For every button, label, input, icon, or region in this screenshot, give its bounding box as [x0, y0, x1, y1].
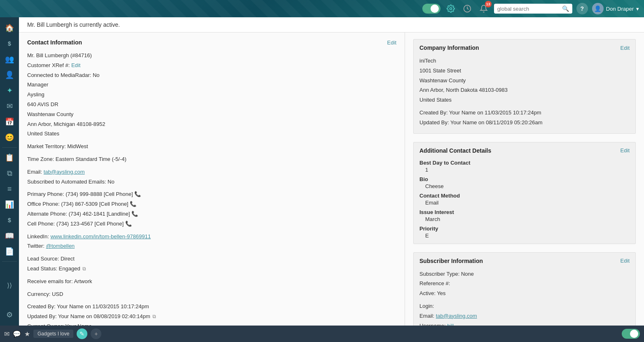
priority-value: E — [425, 233, 630, 239]
issue-interest-label: Issue Interest — [419, 209, 630, 215]
sidebar-item-settings[interactable]: ⚙ — [2, 307, 17, 322]
additional-contact-section: Additional Contact Details Edit Best Day… — [413, 142, 636, 244]
top-navigation: 13 🔍 ? 👤 Don Draper ▾ — [0, 0, 644, 17]
additional-edit-link[interactable]: Edit — [621, 147, 630, 154]
user-menu[interactable]: 👤 Don Draper ▾ — [592, 3, 639, 14]
bottom-tag-label[interactable]: Gadgets I love — [33, 330, 73, 338]
contact-city-state-zip: Ann Arbor, Michigan 48108-8952 — [27, 120, 396, 129]
sidebar: 🏠 $ 👥 👤 ✦ ✉ 📅 😊 📋 ⧉ ≡ 📊 $ 📖 📄 ⟩⟩ ⚙ — [0, 17, 19, 326]
xref-edit-link[interactable]: Edit — [71, 62, 80, 68]
contact-alternate-phone: Alternate Phone: (734) 462-1841 [Landlin… — [27, 210, 396, 219]
bio-value: Cheese — [425, 183, 630, 189]
bottom-toggle[interactable] — [622, 329, 640, 339]
contact-mediaradar: Connected to MediaRadar: No — [27, 71, 396, 80]
sidebar-item-special[interactable]: ✦ — [2, 83, 17, 98]
company-edit-link[interactable]: Edit — [621, 45, 630, 51]
sidebar-item-person[interactable]: 👤 — [2, 67, 17, 82]
sidebar-item-dollar2[interactable]: $ — [2, 213, 17, 228]
sidebar-divider — [2, 147, 17, 148]
subscriber-username: Username: bill — [419, 322, 630, 326]
contact-current-owner: Current Owner: Your Name — [27, 322, 396, 326]
sidebar-item-document[interactable]: 📄 — [2, 244, 17, 259]
sidebar-expand[interactable]: ⟩⟩ — [2, 278, 17, 293]
twitter-link[interactable]: @tombellen — [46, 243, 75, 249]
search-icon: 🔍 — [562, 5, 569, 12]
bottom-action-plus-btn[interactable]: + — [91, 328, 101, 339]
bottom-action-green-btn[interactable]: ✎ — [77, 328, 87, 339]
contact-email-link[interactable]: tab@aysling.com — [44, 169, 85, 175]
contact-manager: Manager — [27, 81, 396, 89]
company-section-title: Company Information — [419, 44, 479, 51]
company-country: United States — [419, 96, 630, 105]
svg-point-0 — [450, 8, 452, 10]
contact-primary-phone: Primary Phone: (734) 999-8888 [Cell Phon… — [27, 190, 396, 199]
primary-phone-icon[interactable]: 📞 — [134, 190, 141, 199]
contact-timezone: Time Zone: Eastern Standard Time (-5/-4) — [27, 155, 396, 164]
main-layout: 🏠 $ 👥 👤 ✦ ✉ 📅 😊 📋 ⧉ ≡ 📊 $ 📖 📄 ⟩⟩ ⚙ Mr. B… — [0, 17, 644, 326]
company-address1: 1001 State Street — [419, 67, 630, 75]
updated-by-copy-icon[interactable]: ⧉ — [152, 313, 156, 321]
linkedin-link[interactable]: www.linkedin.com/in/tom-bellen-97869911 — [50, 233, 151, 240]
sidebar-item-smile[interactable]: 😊 — [2, 130, 17, 145]
help-button[interactable]: ? — [576, 3, 588, 14]
search-input[interactable] — [497, 6, 560, 12]
company-name: iniTech — [419, 57, 630, 65]
contact-name: Mr. Bill Lumbergh (#84716) — [27, 51, 396, 60]
right-column: Company Information Edit iniTech 1001 St… — [405, 33, 644, 326]
sidebar-item-contacts[interactable]: 👥 — [2, 52, 17, 67]
subscriber-section-title: Subscriber Information — [419, 258, 483, 264]
email-label: Email: — [27, 169, 42, 175]
sidebar-item-list[interactable]: ≡ — [2, 181, 17, 196]
subscriber-edit-link[interactable]: Edit — [621, 258, 630, 264]
contact-office-phone: Office Phone: (734) 867-5309 [Cell Phone… — [27, 200, 396, 209]
contact-lead-source: Lead Source: Direct — [27, 255, 396, 263]
sidebar-item-calendar[interactable]: 📅 — [2, 114, 17, 129]
sidebar-item-chart[interactable]: 📊 — [2, 197, 17, 212]
contact-method-value: Email — [425, 200, 630, 206]
contact-method-label: Contact Method — [419, 193, 630, 199]
subscriber-active: Active: Yes — [419, 289, 630, 298]
two-column-layout: Contact Information Edit Mr. Bill Lumber… — [19, 33, 644, 326]
subscriber-username-link[interactable]: bill — [447, 323, 454, 326]
office-phone-icon[interactable]: 📞 — [130, 200, 136, 209]
sidebar-item-email[interactable]: ✉ — [2, 99, 17, 114]
contact-market-territory: Market Territory: MidWest — [27, 142, 396, 151]
notification-icon-btn[interactable]: 13 — [478, 2, 490, 15]
sidebar-item-reports[interactable]: 📋 — [2, 150, 17, 165]
contact-edit-link[interactable]: Edit — [387, 40, 396, 46]
subscriber-type: Subscriber Type: None — [419, 270, 630, 279]
clock-icon-btn[interactable] — [461, 2, 473, 15]
bottom-email-icon[interactable]: ✉ — [4, 330, 9, 338]
toggle-active-switch[interactable] — [422, 4, 440, 14]
contact-twitter: Twitter: @tombellen — [27, 242, 396, 251]
lead-status-copy-icon[interactable]: ⧉ — [82, 265, 86, 273]
company-city-state-zip: Ann Arbor, North Dakota 48103-0983 — [419, 86, 630, 95]
sidebar-item-book[interactable]: 📖 — [2, 228, 17, 243]
left-column: Contact Information Edit Mr. Bill Lumber… — [19, 33, 405, 326]
user-name: Don Draper — [606, 6, 634, 12]
chevron-down-icon: ▾ — [636, 6, 639, 12]
status-bar: Mr. Bill Lumbergh is currently active. — [19, 17, 644, 33]
priority-label: Priority — [419, 226, 630, 232]
notification-badge: 13 — [485, 1, 492, 7]
bottom-chat-icon[interactable]: 💬 — [13, 330, 21, 338]
cell-phone-icon[interactable]: 📞 — [125, 220, 132, 228]
subscriber-login-label: Login: — [419, 302, 630, 311]
sub-email-label: Email: — [419, 313, 434, 319]
avatar: 👤 — [592, 3, 604, 14]
alternate-phone-icon[interactable]: 📞 — [131, 210, 138, 219]
global-search-box[interactable]: 🔍 — [494, 4, 572, 14]
contact-county: Washtenaw County — [27, 110, 396, 119]
sidebar-item-finance[interactable]: $ — [2, 36, 17, 51]
company-section-header: Company Information Edit — [419, 44, 630, 53]
sidebar-item-home[interactable]: 🏠 — [2, 21, 17, 35]
subscriber-email-link[interactable]: tab@aysling.com — [436, 313, 477, 319]
bottom-bar: ✉ 💬 ★ Gadgets I love ✎ + — [0, 326, 644, 342]
company-info-section: Company Information Edit iniTech 1001 St… — [413, 39, 636, 134]
link-icon-btn[interactable] — [445, 2, 457, 15]
bottom-star-icon[interactable]: ★ — [24, 330, 30, 338]
subscriber-section-header: Subscriber Information Edit — [419, 258, 630, 266]
contact-lead-status: Lead Status: Engaged ⧉ — [27, 265, 396, 273]
sidebar-item-grid[interactable]: ⧉ — [2, 166, 17, 181]
company-updated-by: Updated By: Your Name on 08/11/2019 05:2… — [419, 119, 630, 127]
